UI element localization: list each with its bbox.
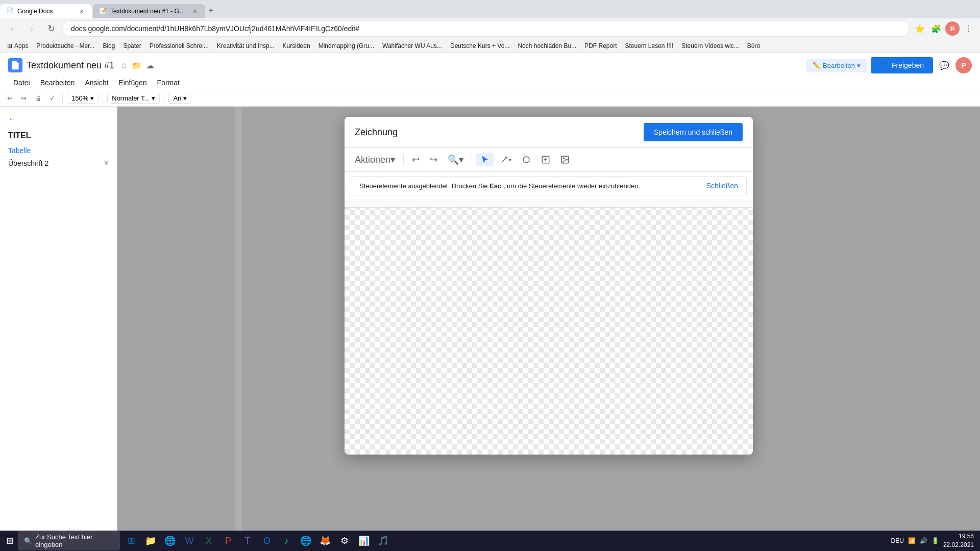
select-tool-button[interactable] <box>476 153 494 166</box>
taskbar-app-teams[interactable]: T <box>238 532 257 550</box>
menu-format[interactable]: Format <box>152 77 185 89</box>
bookmarks-bar: ⊞ Apps Produktsuche - Mer... Blog Später… <box>0 39 980 53</box>
spellcheck-button[interactable]: ✓ <box>46 92 58 104</box>
style-dropdown[interactable]: Normaler T... ▾ <box>107 93 160 104</box>
bookmark-14[interactable]: Büro <box>744 41 763 51</box>
notification-close-button[interactable]: Schließen <box>706 182 738 190</box>
taskbar-app-settings[interactable]: ⚙ <box>335 532 354 550</box>
text-tool-button[interactable] <box>537 153 554 166</box>
taskbar-search[interactable]: 🔍 Zur Suche Text hier eingeben <box>18 531 120 550</box>
tab1-close[interactable]: × <box>78 7 86 15</box>
docs-toolbar: ↩ ↪ 🖨 ✓ 150% ▾ Normaler T... ▾ Ari ▾ <box>0 90 980 107</box>
cloud-button[interactable]: ☁ <box>146 61 154 70</box>
bookmark-12-label: Steuern Lesen !!!! <box>625 42 673 49</box>
taskbar-app-calc[interactable]: 📊 <box>355 532 373 550</box>
taskbar-app-word[interactable]: W <box>180 532 199 550</box>
menu-einfuegen[interactable]: Einfügen <box>113 77 152 89</box>
docs-menu: Datei Bearbeiten Ansicht Einfügen Format <box>8 76 972 90</box>
zoom-dropdown[interactable]: 150% ▾ <box>67 93 99 104</box>
bookmark-6[interactable]: Kursideen <box>280 41 313 51</box>
new-tab-button[interactable]: + <box>206 4 216 18</box>
taskbar-app-chrome[interactable]: 🌐 <box>297 532 315 550</box>
header-right: ✏️ Bearbeiten ▾ 👤 Freigeben 💬 P <box>806 57 972 73</box>
shape-tool-button[interactable] <box>518 153 535 166</box>
bookmark-7[interactable]: Mindmapping (Gru... <box>315 41 377 51</box>
back-button[interactable]: ‹ <box>4 20 20 37</box>
menu-ansicht[interactable]: Ansicht <box>80 77 113 89</box>
menu-datei[interactable]: Datei <box>8 77 35 89</box>
tab-2[interactable]: 📝 Textdokument neu #1 - Google ... × <box>93 4 205 18</box>
bookmark-1[interactable]: Produktsuche - Mer... <box>33 41 97 51</box>
bookmark-4[interactable]: Professionell Schrei... <box>146 41 212 51</box>
sidebar-back-button[interactable]: ← <box>8 115 109 123</box>
taskbar-app-music[interactable]: 🎵 <box>374 532 393 550</box>
taskbar-app-edge2[interactable]: 🦊 <box>316 532 334 550</box>
menu-button[interactable]: ⋮ <box>962 21 976 36</box>
bookmark-10-label: Noch hochladen Bu... <box>518 42 576 49</box>
browser-actions: ⭐ 🧩 P ⋮ <box>913 21 976 36</box>
menu-bearbeiten[interactable]: Bearbeiten <box>35 77 80 89</box>
star-button[interactable]: ☆ <box>120 61 128 70</box>
bookmark-3[interactable]: Später <box>120 41 144 51</box>
bookmark-7-label: Mindmapping (Gru... <box>318 42 374 49</box>
move-button[interactable]: 📁 <box>132 61 142 70</box>
tab2-close[interactable]: × <box>191 7 199 15</box>
bookmark-10[interactable]: Noch hochladen Bu... <box>514 41 579 51</box>
address-bar[interactable]: docs.google.com/document/d/1hUH8k6h7Lb8y… <box>62 20 910 37</box>
sidebar-close-button[interactable]: × <box>104 159 109 168</box>
bookmark-5[interactable]: Kreativität und Insp... <box>214 41 278 51</box>
user-avatar[interactable]: P <box>955 57 972 73</box>
chevron-down-icon: ▾ <box>390 154 395 165</box>
font-dropdown[interactable]: Ari ▾ <box>168 93 191 104</box>
redo-button[interactable]: ↪ <box>18 92 30 104</box>
sidebar-item-ueberschrift2[interactable]: Überschrift 2 × <box>8 157 109 170</box>
tab-1[interactable]: 📄 Google Docs × <box>0 4 92 18</box>
bookmark-button[interactable]: ⭐ <box>913 21 927 36</box>
taskbar-app-1[interactable]: ⊞ <box>122 532 140 550</box>
taskbar-app-edge[interactable]: 🌐 <box>161 532 179 550</box>
extensions-button[interactable]: 🧩 <box>929 21 943 36</box>
taskbar-app-explorer[interactable]: 📁 <box>141 532 160 550</box>
bookmark-3-label: Später <box>123 42 141 49</box>
taskbar-language: DEU <box>891 537 904 544</box>
drawing-canvas[interactable] <box>345 199 753 455</box>
forward-button[interactable]: › <box>23 20 40 37</box>
image-tool-button[interactable] <box>556 153 574 166</box>
sidebar-item-tabelle[interactable]: Tabelle <box>8 144 109 157</box>
taskbar-clock[interactable]: 19:56 22.02.2021 <box>943 532 974 549</box>
comments-button[interactable]: 💬 <box>937 58 951 72</box>
bearbeiten-button[interactable]: ✏️ Bearbeiten ▾ <box>806 59 867 72</box>
line-tool-button[interactable]: ▾ <box>496 153 516 166</box>
bookmark-8[interactable]: Wahlfächer WU Aus... <box>379 41 445 51</box>
profile-button[interactable]: P <box>945 21 960 36</box>
tab1-favicon: 📄 <box>6 7 14 15</box>
draw-undo-button[interactable]: ↩ <box>408 152 424 167</box>
bookmark-9[interactable]: Deutsche Kurs + Vo... <box>447 41 512 51</box>
bookmark-2[interactable]: Blog <box>100 41 118 51</box>
bookmark-13[interactable]: Steuern Videos wic... <box>678 41 742 51</box>
taskbar-app-outlook[interactable]: O <box>258 532 276 550</box>
taskbar-app-ppt[interactable]: P <box>219 532 237 550</box>
taskbar-app-spotify[interactable]: ♪ <box>277 532 296 550</box>
refresh-button[interactable]: ↻ <box>43 20 59 37</box>
bookmark-11[interactable]: PDF Report <box>581 41 620 51</box>
undo-button[interactable]: ↩ <box>4 92 16 104</box>
bookmark-6-label: Kursideen <box>283 42 310 49</box>
bookmark-12[interactable]: Steuern Lesen !!!! <box>622 41 676 51</box>
draw-redo-button[interactable]: ↪ <box>426 152 442 167</box>
doc-title[interactable]: Textdokument neu #1 <box>27 60 114 71</box>
print-button[interactable]: 🖨 <box>32 92 44 104</box>
draw-zoom-button[interactable]: 🔍 ▾ <box>444 152 468 167</box>
sidebar-item-titel[interactable]: TITEL <box>8 129 109 142</box>
taskbar-app-excel[interactable]: X <box>200 532 218 550</box>
aktionen-button[interactable]: Aktionen ▾ <box>351 152 399 167</box>
drawing-header: Zeichnung Speichern und schließen <box>345 117 753 148</box>
search-icon: 🔍 <box>24 537 32 545</box>
start-button[interactable]: ⊞ <box>2 533 18 548</box>
search-placeholder: Zur Suche Text hier eingeben <box>35 533 114 548</box>
share-button[interactable]: 👤 Freigeben <box>871 57 933 73</box>
taskbar-network-icon: 📶 <box>908 537 916 544</box>
bookmark-apps[interactable]: ⊞ Apps <box>4 41 31 51</box>
save-close-button[interactable]: Speichern und schließen <box>644 123 743 141</box>
taskbar: ⊞ 🔍 Zur Suche Text hier eingeben ⊞ 📁 🌐 W… <box>0 531 980 551</box>
